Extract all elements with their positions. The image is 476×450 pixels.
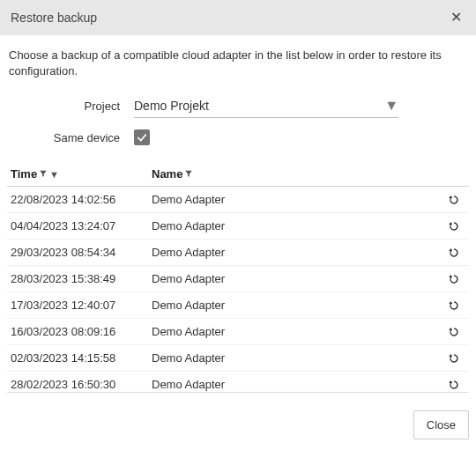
cell-name: Demo Adapter: [152, 219, 443, 232]
restore-button[interactable]: [443, 246, 465, 260]
table-row: 22/08/2023 14:02:56Demo Adapter: [7, 187, 469, 213]
dialog-footer: Close: [0, 400, 476, 450]
cell-name: Demo Adapter: [152, 193, 443, 206]
project-select[interactable]: Demo Projekt ▼: [134, 94, 398, 118]
cell-time: 28/03/2023 15:38:49: [11, 272, 152, 285]
instruction-text: Choose a backup of a compatible cloud ad…: [9, 48, 467, 79]
restore-icon: [447, 246, 461, 260]
dialog-body: Choose a backup of a compatible cloud ad…: [0, 35, 476, 400]
chevron-down-icon: ▼: [384, 98, 398, 114]
filter-icon: [39, 169, 48, 180]
table-row: 28/02/2023 16:50:30Demo Adapter: [7, 372, 469, 393]
header-name-label: Name: [152, 167, 182, 181]
close-icon[interactable]: ✕: [447, 7, 465, 28]
table-row: 29/03/2023 08:54:34Demo Adapter: [7, 240, 469, 266]
table-body[interactable]: 22/08/2023 14:02:56Demo Adapter04/04/202…: [7, 187, 469, 393]
cell-name: Demo Adapter: [152, 272, 443, 285]
header-time[interactable]: Time ▼: [11, 167, 152, 181]
table-row: 02/03/2023 14:15:58Demo Adapter: [7, 345, 469, 372]
cell-name: Demo Adapter: [152, 246, 443, 259]
restore-icon: [447, 378, 461, 392]
table-row: 04/04/2023 13:24:07Demo Adapter: [7, 213, 469, 240]
check-icon: [136, 131, 148, 144]
dialog-title: Restore backup: [11, 11, 447, 25]
same-device-checkbox[interactable]: [134, 129, 150, 145]
close-button[interactable]: Close: [413, 410, 469, 439]
cell-time: 16/03/2023 08:09:16: [11, 325, 152, 338]
filter-icon: [184, 169, 193, 180]
restore-icon: [447, 193, 461, 207]
restore-icon: [447, 272, 461, 286]
restore-button[interactable]: [443, 351, 465, 365]
project-label: Project: [7, 100, 134, 113]
cell-time: 29/03/2023 08:54:34: [11, 246, 152, 259]
cell-name: Demo Adapter: [152, 325, 443, 338]
cell-time: 02/03/2023 14:15:58: [11, 351, 152, 365]
table-headers: Time ▼ Name: [7, 162, 469, 187]
cell-time: 04/04/2023 13:24:07: [11, 219, 152, 232]
restore-button[interactable]: [443, 299, 465, 313]
restore-icon: [447, 351, 461, 365]
table-row: 28/03/2023 15:38:49Demo Adapter: [7, 266, 469, 292]
cell-time: 22/08/2023 14:02:56: [11, 193, 152, 206]
cell-time: 28/02/2023 16:50:30: [11, 378, 152, 391]
restore-icon: [447, 219, 461, 233]
table-row: 16/03/2023 08:09:16Demo Adapter: [7, 319, 469, 345]
cell-name: Demo Adapter: [152, 351, 443, 365]
restore-button[interactable]: [443, 193, 465, 207]
restore-button[interactable]: [443, 272, 465, 286]
restore-button[interactable]: [443, 378, 465, 392]
cell-time: 17/03/2023 12:40:07: [11, 299, 152, 312]
restore-backup-dialog: Restore backup ✕ Choose a backup of a co…: [0, 0, 476, 450]
header-time-label: Time: [11, 167, 37, 181]
restore-icon: [447, 299, 461, 313]
table-row: 17/03/2023 12:40:07Demo Adapter: [7, 292, 469, 319]
restore-icon: [447, 325, 461, 339]
restore-button[interactable]: [443, 219, 465, 233]
same-device-row: Same device: [7, 123, 469, 151]
titlebar: Restore backup ✕: [0, 0, 476, 35]
same-device-label: Same device: [7, 131, 134, 144]
cell-name: Demo Adapter: [152, 299, 443, 312]
header-name[interactable]: Name: [152, 167, 465, 181]
project-selected-value: Demo Projekt: [134, 99, 384, 113]
restore-button[interactable]: [443, 325, 465, 339]
project-row: Project Demo Projekt ▼: [7, 92, 469, 120]
sort-down-icon: ▼: [49, 169, 59, 180]
cell-name: Demo Adapter: [152, 378, 443, 391]
